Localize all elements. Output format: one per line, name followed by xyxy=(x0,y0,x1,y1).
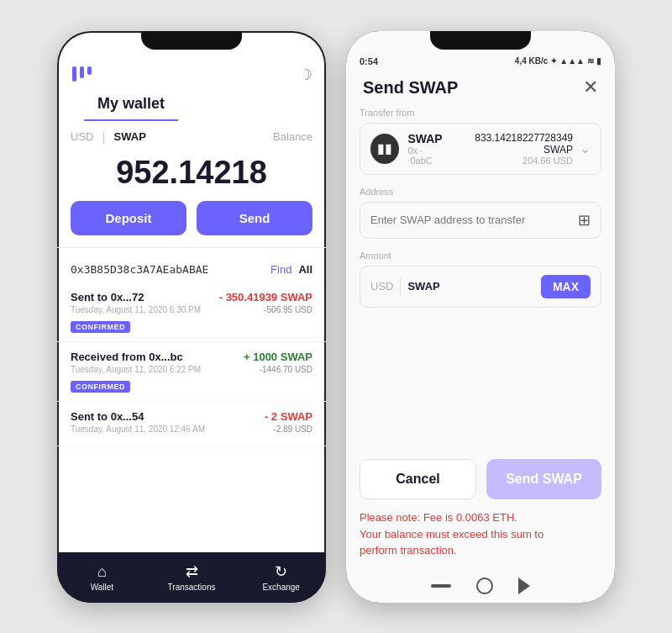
coin-usd: 204.66 USD xyxy=(448,156,573,166)
modal-actions: Cancel Send SWAP xyxy=(346,449,615,509)
right-phone: 0:54 4,4 KB/c ✦ ▲▲▲ ≋ ▮ Send SWAP ✕ Tran… xyxy=(346,31,615,603)
nav-rect-indicator xyxy=(431,584,451,588)
left-phone: ☽ My wallet USD | SWAP Balance 952.14218… xyxy=(57,31,326,603)
nav-circle-indicator xyxy=(476,578,493,594)
address-input-box: ⊞ xyxy=(360,202,601,239)
table-row[interactable]: Sent to 0x...54 - 2 SWAP Tuesday, August… xyxy=(57,402,326,446)
address-input[interactable] xyxy=(370,214,578,226)
tx-badge: CONFIRMED xyxy=(71,321,130,333)
find-label[interactable]: Find xyxy=(270,263,291,276)
tab-usd[interactable]: USD xyxy=(71,130,93,143)
table-row[interactable]: Sent to 0x...72 - 350.41939 SWAP Tuesday… xyxy=(57,282,326,342)
left-header: ☽ xyxy=(57,55,326,92)
transactions-list: Sent to 0x...72 - 350.41939 SWAP Tuesday… xyxy=(57,282,326,552)
tx-title: Sent to 0x...72 xyxy=(71,291,144,303)
nav-item-wallet[interactable]: ⌂ Wallet xyxy=(57,563,147,592)
theme-toggle-icon[interactable]: ☽ xyxy=(299,66,312,84)
amount-group: Amount USD SWAP MAX xyxy=(360,251,601,308)
coin-balance: 833.14218227728349 SWAP xyxy=(448,132,573,156)
tab-swap[interactable]: SWAP xyxy=(114,130,146,143)
battery-icon: ▮ xyxy=(596,56,601,66)
transfer-from-label: Transfer from xyxy=(360,108,601,118)
tx-date: Tuesday, August 11, 2020 6:22 PM xyxy=(71,365,201,374)
send-swap-button[interactable]: Send SWAP xyxy=(486,459,601,499)
amount-label: Amount xyxy=(360,251,601,261)
nav-item-exchange[interactable]: ↻ Exchange xyxy=(236,562,326,592)
svg-rect-0 xyxy=(72,66,76,82)
nav-label-wallet: Wallet xyxy=(91,583,113,592)
tx-amount: - 2 SWAP xyxy=(265,410,312,423)
status-icons: 4,4 KB/c ✦ ▲▲▲ ≋ ▮ xyxy=(515,56,601,66)
all-label[interactable]: All xyxy=(298,263,312,276)
modal-body: Transfer from ▮▮ SWAP 0x·· ·0abC 833.142… xyxy=(346,108,615,450)
amount-usd-label: USD xyxy=(370,280,393,293)
coin-address: 0x·· ·0abC xyxy=(407,145,448,166)
notch xyxy=(141,31,242,50)
svg-rect-1 xyxy=(80,66,84,78)
page-title: My wallet xyxy=(84,92,178,121)
bottom-nav: ⌂ Wallet ⇄ Transactions ↻ Exchange xyxy=(57,552,326,603)
tx-usd: -2.89 USD xyxy=(273,425,312,434)
transfer-from-group: Transfer from ▮▮ SWAP 0x·· ·0abC 833.142… xyxy=(360,108,601,175)
qr-icon[interactable]: ⊞ xyxy=(578,211,591,229)
signal-icon: ▲▲▲ xyxy=(559,56,585,66)
address-label: Address xyxy=(360,187,601,197)
tx-date: Tuesday, August 11, 2020 12:46 AM xyxy=(71,425,205,434)
close-button[interactable]: ✕ xyxy=(583,78,598,97)
wifi-icon: ≋ xyxy=(587,56,594,66)
status-time: 0:54 xyxy=(360,56,378,66)
svg-rect-2 xyxy=(87,66,92,75)
send-button[interactable]: Send xyxy=(197,201,312,235)
exchange-icon: ↻ xyxy=(275,562,287,581)
deposit-button[interactable]: Deposit xyxy=(71,201,186,235)
balance-label: Balance xyxy=(273,130,312,143)
coin-name: SWAP xyxy=(407,132,448,145)
bottom-indicator xyxy=(346,569,615,603)
modal-header: Send SWAP ✕ xyxy=(346,70,615,108)
filter-options: Find All xyxy=(270,263,312,276)
tx-usd: -506.95 USD xyxy=(264,305,312,314)
nav-item-transactions[interactable]: ⇄ Transactions xyxy=(147,562,237,592)
nav-label-exchange: Exchange xyxy=(262,583,299,592)
address-row: 0x3B85D38c3A7AEabABAE Find All xyxy=(57,256,326,282)
tx-amount: - 350.41939 SWAP xyxy=(219,291,312,303)
modal-title: Send SWAP xyxy=(363,78,458,98)
tx-title: Sent to 0x...54 xyxy=(71,410,144,423)
cancel-button[interactable]: Cancel xyxy=(360,459,476,499)
tx-date: Tuesday, August 11, 2020 6:30 PM xyxy=(71,305,201,314)
tx-usd: -1446.70 USD xyxy=(260,365,312,374)
bluetooth-icon: ✦ xyxy=(550,56,557,66)
action-buttons: Deposit Send xyxy=(57,201,326,247)
home-icon: ⌂ xyxy=(97,563,107,581)
nav-back-indicator xyxy=(518,578,530,594)
amount-divider xyxy=(400,278,401,295)
amount-box: USD SWAP MAX xyxy=(360,266,601,308)
currency-tabs: USD | SWAP Balance xyxy=(57,121,326,148)
coin-icon: ▮▮ xyxy=(370,134,399,164)
max-button[interactable]: MAX xyxy=(541,275,591,298)
transactions-icon: ⇄ xyxy=(186,562,198,581)
tx-title: Received from 0x...bc xyxy=(71,351,183,363)
tx-amount: + 1000 SWAP xyxy=(244,351,312,363)
address-group: Address ⊞ xyxy=(360,187,601,239)
tx-badge: CONFIRMED xyxy=(71,381,130,393)
wallet-address: 0x3B85D38c3A7AEabABAE xyxy=(71,263,208,276)
balance-amount: 952.14218 xyxy=(57,148,326,201)
status-bar: 0:54 4,4 KB/c ✦ ▲▲▲ ≋ ▮ xyxy=(346,55,615,70)
nav-label-transactions: Transactions xyxy=(168,583,216,592)
chevron-down-icon: ⌄ xyxy=(580,140,591,156)
notch xyxy=(430,31,531,50)
fee-note: Please note: Fee is 0.0063 ETH. Your bal… xyxy=(346,509,615,569)
amount-swap-label: SWAP xyxy=(407,280,533,293)
transfer-from-box[interactable]: ▮▮ SWAP 0x·· ·0abC 833.14218227728349 SW… xyxy=(360,123,601,175)
divider xyxy=(57,247,326,248)
table-row[interactable]: Received from 0x...bc + 1000 SWAP Tuesda… xyxy=(57,342,326,402)
logo xyxy=(71,63,94,87)
